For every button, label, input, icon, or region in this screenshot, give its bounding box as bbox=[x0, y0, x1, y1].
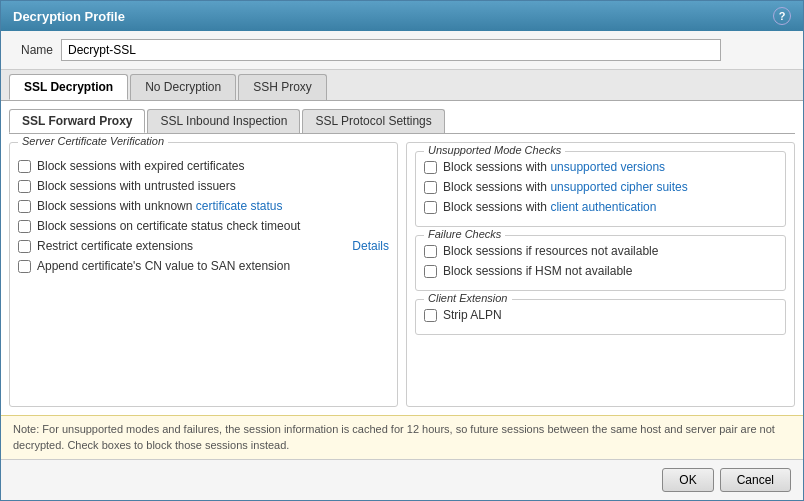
server-cert-panel: Server Certificate Verification Block se… bbox=[9, 142, 398, 407]
cb-unsupported-versions-label: Block sessions with unsupported versions bbox=[443, 160, 665, 174]
tab-ssl-inbound-inspection[interactable]: SSL Inbound Inspection bbox=[147, 109, 300, 133]
unsupported-title: Unsupported Mode Checks bbox=[424, 144, 565, 156]
cb-row-strip-alpn: Strip ALPN bbox=[424, 308, 777, 322]
tab-ssl-decryption[interactable]: SSL Decryption bbox=[9, 74, 128, 100]
help-icon[interactable]: ? bbox=[773, 7, 791, 25]
server-cert-title: Server Certificate Verification bbox=[18, 135, 168, 147]
failure-section: Failure Checks Block sessions if resourc… bbox=[415, 235, 786, 291]
failure-title: Failure Checks bbox=[424, 228, 505, 240]
cb-restrict[interactable] bbox=[18, 240, 31, 253]
cb-row-append: Append certificate's CN value to SAN ext… bbox=[18, 259, 389, 273]
cb-untrusted[interactable] bbox=[18, 180, 31, 193]
cb-row-unknown: Block sessions with unknown certificate … bbox=[18, 199, 389, 213]
cb-row-expired: Block sessions with expired certificates bbox=[18, 159, 389, 173]
tab-ssl-forward-proxy[interactable]: SSL Forward Proxy bbox=[9, 109, 145, 133]
cb-resources[interactable] bbox=[424, 245, 437, 258]
dialog-body: SSL Forward Proxy SSL Inbound Inspection… bbox=[1, 101, 803, 415]
cb-unknown-label: Block sessions with unknown certificate … bbox=[37, 199, 282, 213]
cb-row-timeout: Block sessions on certificate status che… bbox=[18, 219, 389, 233]
cb-resources-label: Block sessions if resources not availabl… bbox=[443, 244, 658, 258]
cb-client-auth-label: Block sessions with client authenticatio… bbox=[443, 200, 656, 214]
cb-row-unsupported-versions: Block sessions with unsupported versions bbox=[424, 160, 777, 174]
cb-row-resources: Block sessions if resources not availabl… bbox=[424, 244, 777, 258]
cb-restrict-label: Restrict certificate extensions bbox=[37, 239, 193, 253]
dialog-title: Decryption Profile bbox=[13, 9, 125, 24]
name-label: Name bbox=[13, 43, 53, 57]
client-extension-title: Client Extension bbox=[424, 292, 512, 304]
unsupported-section: Unsupported Mode Checks Block sessions w… bbox=[415, 151, 786, 227]
cb-hsm-label: Block sessions if HSM not available bbox=[443, 264, 632, 278]
cb-timeout[interactable] bbox=[18, 220, 31, 233]
cb-row-hsm: Block sessions if HSM not available bbox=[424, 264, 777, 278]
cb-timeout-label: Block sessions on certificate status che… bbox=[37, 219, 300, 233]
cb-hsm[interactable] bbox=[424, 265, 437, 278]
note-text: Note: For unsupported modes and failures… bbox=[13, 423, 775, 450]
name-input[interactable] bbox=[61, 39, 721, 61]
cancel-button[interactable]: Cancel bbox=[720, 468, 791, 492]
certificate-status-link[interactable]: certificate status bbox=[196, 199, 283, 213]
unsupported-versions-link[interactable]: unsupported versions bbox=[550, 160, 665, 174]
cb-append[interactable] bbox=[18, 260, 31, 273]
cb-row-restrict: Restrict certificate extensions Details bbox=[18, 239, 389, 253]
cb-strip-alpn-label: Strip ALPN bbox=[443, 308, 502, 322]
tab-ssl-protocol-settings[interactable]: SSL Protocol Settings bbox=[302, 109, 444, 133]
right-panel: Unsupported Mode Checks Block sessions w… bbox=[406, 142, 795, 407]
cb-row-untrusted: Block sessions with untrusted issuers bbox=[18, 179, 389, 193]
cb-row-unsupported-cipher: Block sessions with unsupported cipher s… bbox=[424, 180, 777, 194]
inner-tabs: SSL Forward Proxy SSL Inbound Inspection… bbox=[9, 109, 795, 134]
cb-unsupported-cipher[interactable] bbox=[424, 181, 437, 194]
dialog-footer: OK Cancel bbox=[1, 459, 803, 500]
dialog-header: Decryption Profile ? bbox=[1, 1, 803, 31]
client-auth-link[interactable]: client authentication bbox=[550, 200, 656, 214]
details-link[interactable]: Details bbox=[352, 239, 389, 253]
cb-row-client-auth: Block sessions with client authenticatio… bbox=[424, 200, 777, 214]
cb-unsupported-versions[interactable] bbox=[424, 161, 437, 174]
cb-expired-label: Block sessions with expired certificates bbox=[37, 159, 244, 173]
cb-unknown[interactable] bbox=[18, 200, 31, 213]
cb-expired[interactable] bbox=[18, 160, 31, 173]
cb-unsupported-cipher-label: Block sessions with unsupported cipher s… bbox=[443, 180, 688, 194]
client-extension-section: Client Extension Strip ALPN bbox=[415, 299, 786, 335]
cb-client-auth[interactable] bbox=[424, 201, 437, 214]
cb-untrusted-label: Block sessions with untrusted issuers bbox=[37, 179, 236, 193]
top-tabs: SSL Decryption No Decryption SSH Proxy bbox=[1, 70, 803, 101]
tab-ssh-proxy[interactable]: SSH Proxy bbox=[238, 74, 327, 100]
panels-row: Server Certificate Verification Block se… bbox=[9, 142, 795, 407]
tab-no-decryption[interactable]: No Decryption bbox=[130, 74, 236, 100]
cb-append-label: Append certificate's CN value to SAN ext… bbox=[37, 259, 290, 273]
name-row: Name bbox=[1, 31, 803, 70]
decryption-profile-dialog: Decryption Profile ? Name SSL Decryption… bbox=[0, 0, 804, 501]
server-cert-content: Block sessions with expired certificates… bbox=[18, 151, 389, 273]
cb-strip-alpn[interactable] bbox=[424, 309, 437, 322]
note-bar: Note: For unsupported modes and failures… bbox=[1, 415, 803, 459]
unsupported-cipher-link[interactable]: unsupported cipher suites bbox=[550, 180, 687, 194]
ok-button[interactable]: OK bbox=[662, 468, 713, 492]
